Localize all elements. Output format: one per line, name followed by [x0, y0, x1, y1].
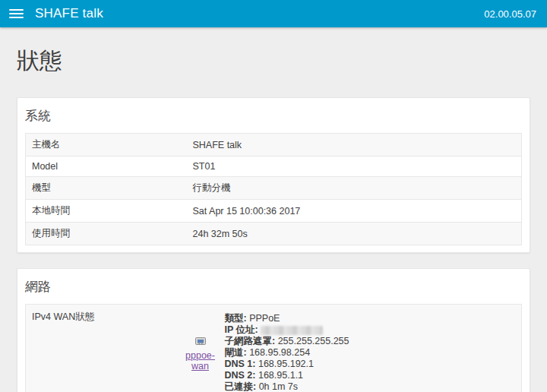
system-card: 系統 主機名 SHAFE talk Model ST01 機型 行動分機 本地時… — [17, 97, 530, 253]
wan-detail-ip: IP 位址: — [225, 324, 349, 336]
detail-value: 168.95.192.1 — [258, 359, 314, 369]
detail-label: IP 位址: — [225, 324, 258, 335]
detail-value: PPPoE — [249, 313, 280, 324]
network-table: IPv4 WAN狀態 pppoe-wan — [25, 304, 522, 392]
row-label: Model — [26, 156, 187, 177]
wan-detail-connected: 已連接: 0h 1m 7s — [225, 381, 349, 392]
row-value: 24h 32m 50s — [187, 223, 522, 245]
table-row: 機型 行動分機 — [26, 177, 522, 200]
row-label: 機型 — [26, 177, 187, 200]
detail-value: 255.255.255.255 — [278, 336, 349, 346]
redacted-ip-value — [261, 326, 323, 335]
row-label: 本地時間 — [26, 200, 187, 223]
table-row: 主機名 SHAFE talk — [26, 134, 522, 156]
system-table: 主機名 SHAFE talk Model ST01 機型 行動分機 本地時間 S… — [25, 133, 522, 245]
network-card: 網路 IPv4 WAN狀態 pppoe-wan — [17, 268, 530, 392]
row-value: 行動分機 — [187, 177, 522, 200]
wan-detail-type: 類型: PPPoE — [225, 313, 349, 324]
detail-value: 168.95.1.1 — [258, 370, 303, 381]
table-row: 使用時間 24h 32m 50s — [26, 223, 522, 245]
wan-details: 類型: PPPoE IP 位址: 子網路遮罩: 255.255.255.255 … — [225, 313, 349, 392]
table-row: Model ST01 — [26, 156, 522, 177]
wan-detail-gateway: 閘道: 168.95.98.254 — [225, 347, 349, 359]
row-label: 主機名 — [26, 134, 187, 156]
row-label: 使用時間 — [26, 223, 187, 245]
ethernet-interface-icon — [194, 335, 207, 347]
menu-hamburger-icon[interactable] — [9, 9, 24, 18]
wan-detail-netmask: 子網路遮罩: 255.255.255.255 — [225, 336, 349, 347]
wan-detail-dns2: DNS 2: 168.95.1.1 — [225, 370, 349, 381]
wan-status-label: IPv4 WAN狀態 — [26, 305, 175, 392]
table-row: 本地時間 Sat Apr 15 10:00:36 2017 — [26, 200, 522, 223]
table-row: IPv4 WAN狀態 pppoe-wan — [26, 305, 522, 392]
app-title[interactable]: SHAFE talk — [35, 6, 103, 21]
wan-interface-link[interactable]: pppoe-wan — [181, 350, 220, 371]
detail-label: DNS 2: — [225, 370, 256, 381]
system-card-title: 系統 — [25, 107, 522, 125]
detail-label: DNS 1: — [225, 359, 256, 369]
wan-interface-block: pppoe-wan — [181, 335, 220, 371]
page-content: 狀態 系統 主機名 SHAFE talk Model ST01 機型 行動分機 … — [0, 46, 547, 392]
app-header: SHAFE talk 02.00.05.07 — [0, 0, 547, 27]
detail-label: 子網路遮罩: — [225, 336, 276, 346]
network-card-title: 網路 — [25, 278, 522, 296]
row-value: ST01 — [187, 156, 522, 177]
firmware-version: 02.00.05.07 — [484, 8, 536, 20]
detail-label: 類型: — [225, 313, 247, 324]
wan-status-cell: pppoe-wan 類型: PPPoE IP 位址: 子網路遮罩: 255.25… — [181, 309, 516, 392]
row-value: Sat Apr 15 10:00:36 2017 — [187, 200, 522, 223]
wan-detail-dns1: DNS 1: 168.95.192.1 — [225, 359, 349, 370]
detail-label: 閘道: — [225, 347, 247, 358]
page-title: 狀態 — [17, 46, 530, 76]
detail-value: 168.95.98.254 — [249, 347, 310, 358]
detail-value: 0h 1m 7s — [259, 381, 298, 392]
detail-label: 已連接: — [225, 381, 257, 392]
row-value: SHAFE talk — [187, 134, 522, 156]
